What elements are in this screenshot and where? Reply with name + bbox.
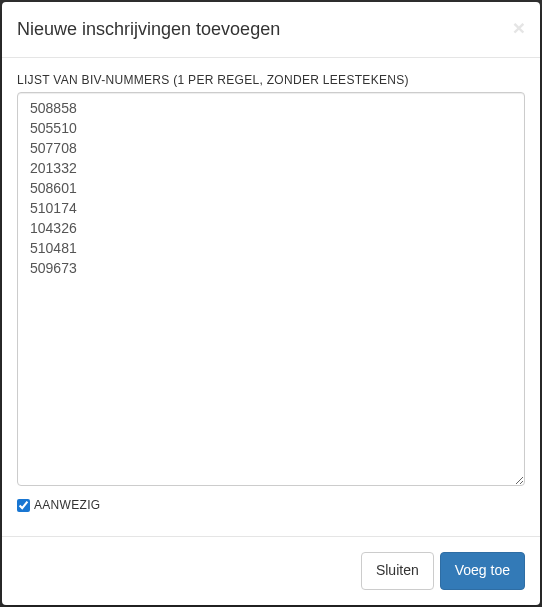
- close-button[interactable]: ×: [513, 17, 525, 38]
- present-checkbox[interactable]: [17, 499, 30, 512]
- submit-button[interactable]: Voeg toe: [440, 552, 525, 590]
- modal-header: Nieuwe inschrijvingen toevoegen ×: [2, 2, 540, 58]
- modal-title: Nieuwe inschrijvingen toevoegen: [17, 17, 280, 42]
- modal-dialog: Nieuwe inschrijvingen toevoegen × LIJST …: [2, 2, 540, 605]
- cancel-button[interactable]: Sluiten: [361, 552, 434, 590]
- present-checkbox-label: AANWEZIG: [34, 498, 100, 512]
- biv-list-label: LIJST VAN BIV-NUMMERS (1 PER REGEL, ZOND…: [17, 73, 525, 87]
- modal-footer: Sluiten Voeg toe: [2, 536, 540, 605]
- biv-list-textarea[interactable]: [17, 92, 525, 486]
- present-checkbox-row: AANWEZIG: [17, 498, 525, 512]
- modal-body: LIJST VAN BIV-NUMMERS (1 PER REGEL, ZOND…: [2, 58, 540, 536]
